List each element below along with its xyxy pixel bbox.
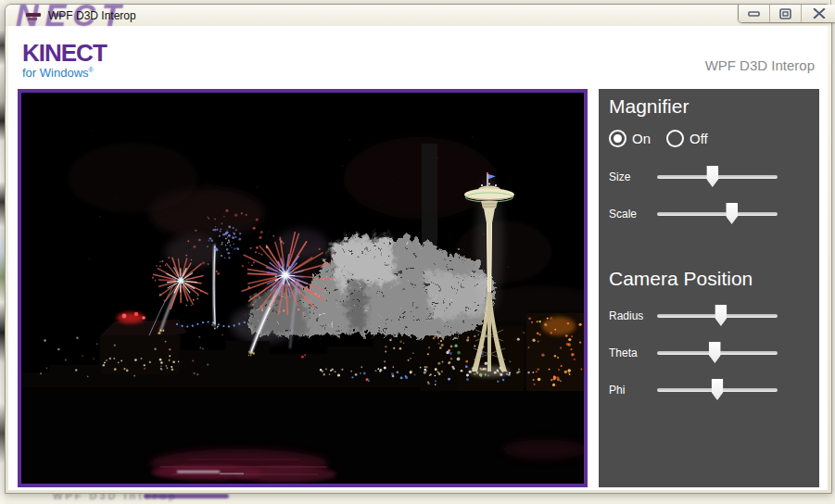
scale-label: Scale <box>609 208 637 220</box>
page-title: WPF D3D Interop <box>705 57 815 73</box>
theta-slider-track[interactable] <box>657 351 778 355</box>
app-window: NECT WPF D3D Interop <box>5 4 832 494</box>
desktop-watermark-text: D3D INTEROP <box>142 498 380 504</box>
scale-slider-thumb[interactable] <box>726 203 738 224</box>
magnifier-heading: Magnifier <box>609 95 689 118</box>
close-button[interactable] <box>802 5 835 22</box>
control-panel: Magnifier On Off Size <box>599 89 819 487</box>
magnifier-off-radio[interactable]: Off <box>666 130 708 147</box>
size-slider-thumb[interactable] <box>706 166 718 187</box>
radius-slider-thumb[interactable] <box>715 305 727 326</box>
magnifier-off-label: Off <box>690 131 708 146</box>
theta-label: Theta <box>609 346 638 359</box>
theta-slider-thumb[interactable] <box>709 342 721 363</box>
phi-slider-row: Phi <box>599 390 819 418</box>
theta-slider-row: Theta <box>599 353 819 381</box>
scale-slider-row: Scale <box>599 214 819 242</box>
phi-slider-track[interactable] <box>657 388 778 392</box>
titlebar[interactable]: NECT WPF D3D Interop <box>6 5 831 26</box>
magnifier-on-radio[interactable]: On <box>609 130 651 147</box>
phi-label: Phi <box>609 384 625 397</box>
camera-position-heading: Camera Position <box>609 268 753 290</box>
client-area: KINECT for Windows® WPF D3D Interop <box>8 26 828 490</box>
size-label: Size <box>609 170 630 183</box>
caption-button-group <box>738 5 835 23</box>
radius-slider-track[interactable] <box>657 314 778 318</box>
size-slider-row: Size <box>599 177 819 205</box>
maximize-button[interactable] <box>770 5 802 22</box>
screen: WPF D3D Interop D3D INTEROP NECT WPF D3D… <box>0 0 835 504</box>
radius-slider-row: Radius <box>599 316 819 344</box>
d3d-viewport[interactable] <box>18 89 588 487</box>
window-title: WPF D3D Interop <box>48 9 136 22</box>
minimize-button[interactable] <box>739 5 770 22</box>
kinect-logo: KINECT for Windows® <box>22 41 107 80</box>
minimize-icon <box>748 9 761 19</box>
radio-circle-icon <box>666 130 684 147</box>
close-icon <box>813 8 826 19</box>
kinect-logo-tagline: for Windows® <box>22 66 107 80</box>
phi-slider-thumb[interactable] <box>712 379 724 400</box>
radio-circle-icon <box>609 130 626 147</box>
app-icon <box>26 12 42 21</box>
viewport-scene <box>21 93 584 484</box>
maximize-icon <box>779 8 791 19</box>
kinect-logo-wordmark: KINECT <box>22 41 107 65</box>
scale-slider-track[interactable] <box>657 212 778 216</box>
size-slider-track[interactable] <box>657 175 778 179</box>
magnifier-on-label: On <box>632 131 651 146</box>
radius-label: Radius <box>609 309 643 322</box>
